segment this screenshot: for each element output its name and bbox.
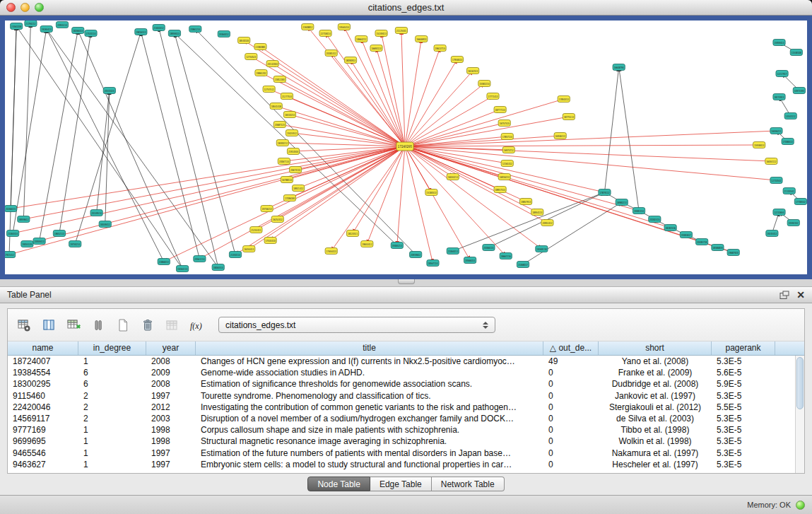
graph-node[interactable]: 21060414 xyxy=(7,230,19,237)
graph-node[interactable]: 22082881 xyxy=(254,44,266,50)
graph-node[interactable]: 11548108 xyxy=(790,49,802,56)
graph-node[interactable]: 22608812 xyxy=(302,24,314,30)
graph-node[interactable]: 19364012 xyxy=(218,31,230,37)
graph-node[interactable]: 18667216 xyxy=(500,253,512,259)
graph-node[interactable]: 19055135 xyxy=(21,241,33,247)
graph-node[interactable]: 16646910 xyxy=(416,36,428,42)
graph-node[interactable]: 20531024 xyxy=(103,88,115,94)
graph-node[interactable]: 17240295 xyxy=(396,142,413,151)
graph-node[interactable]: 19384617 xyxy=(680,232,692,238)
graph-node[interactable]: 20066115 xyxy=(483,245,495,251)
graph-node[interactable]: 18124511 xyxy=(346,230,358,237)
graph-node[interactable]: 21914504 xyxy=(287,148,299,155)
delete-table-icon[interactable] xyxy=(139,316,157,334)
graph-node[interactable]: 18274913 xyxy=(773,94,785,100)
graph-node[interactable]: 20561114 xyxy=(194,256,206,262)
graph-node[interactable]: 19861202 xyxy=(255,70,267,76)
graph-node[interactable]: 18954113 xyxy=(531,209,543,216)
graph-node[interactable]: 16916213 xyxy=(498,174,510,180)
graph-node[interactable]: 14543112 xyxy=(784,113,796,119)
graph-node[interactable]: 18266413 xyxy=(72,28,84,34)
tab-network-table[interactable]: Network Table xyxy=(432,477,505,491)
graph-node[interactable]: 15184513 xyxy=(425,189,437,196)
graph-node[interactable]: 17879112 xyxy=(599,189,611,196)
float-panel-icon[interactable] xyxy=(779,291,789,300)
column-header-year[interactable]: year xyxy=(146,341,196,355)
graph-node[interactable]: 16974712 xyxy=(502,147,514,153)
graph-node[interactable]: 21277514 xyxy=(281,93,293,100)
table-row[interactable]: 946362711997Embryonic stem cells: a mode… xyxy=(8,459,804,470)
table-selector[interactable]: citations_edges.txt xyxy=(218,317,495,333)
column-header-in_degree[interactable]: in_degree xyxy=(78,341,146,355)
table-scrollbar[interactable] xyxy=(795,356,804,473)
graph-node[interactable]: 12710542 xyxy=(770,177,782,184)
column-header-short[interactable]: short xyxy=(599,341,712,355)
graph-node[interactable]: 21103542 xyxy=(783,188,795,194)
graph-node[interactable]: 18921412 xyxy=(293,185,305,192)
graph-node[interactable]: 16510214 xyxy=(283,112,295,118)
graph-node[interactable]: 18530104 xyxy=(238,37,250,44)
graph-node[interactable]: 17096184 xyxy=(283,195,295,201)
tab-edge-table[interactable]: Edge Table xyxy=(370,477,432,491)
table-row[interactable]: 911546021997Tourette syndrome. Phenomeno… xyxy=(8,390,804,402)
table-row[interactable]: 969969511998Structural magnetic resonanc… xyxy=(8,436,804,447)
graph-node[interactable]: 17921412 xyxy=(5,252,16,258)
graph-node[interactable]: 21253411 xyxy=(250,227,262,233)
graph-node[interactable]: 19269118 xyxy=(536,246,548,252)
column-header-out_de[interactable]: △ out_de... xyxy=(543,341,599,355)
graph-node[interactable]: 18652113 xyxy=(53,230,65,237)
graph-node[interactable]: 20673110 xyxy=(289,167,301,173)
table-row[interactable]: 1872400712008Changes of HCN gene express… xyxy=(8,356,804,367)
column-header-pagerank[interactable]: pagerank xyxy=(712,341,775,355)
graph-node[interactable]: 18064514 xyxy=(212,264,224,271)
graph-node[interactable]: 21866013 xyxy=(158,259,170,265)
graph-node[interactable]: 17857114 xyxy=(501,134,513,140)
show-columns-icon[interactable] xyxy=(40,316,58,334)
graph-node[interactable]: 16044112 xyxy=(765,158,777,165)
graph-node[interactable]: 19816513 xyxy=(135,29,147,35)
graph-node[interactable]: 19565314 xyxy=(338,24,350,30)
graph-node[interactable]: 21350114 xyxy=(229,252,241,258)
graph-node[interactable]: 19264113 xyxy=(176,266,188,272)
table-row[interactable]: 977716911998Corpus callosum shape and si… xyxy=(8,424,804,436)
graph-node[interactable]: 20955114 xyxy=(56,22,68,28)
graph-node[interactable]: 20485718 xyxy=(696,239,708,245)
graph-node[interactable]: 20266015 xyxy=(5,206,17,212)
graph-node[interactable]: 16648794 xyxy=(613,64,625,71)
graph-node[interactable]: 16046211 xyxy=(770,128,782,134)
graph-node[interactable]: 21794212 xyxy=(25,21,37,27)
graph-node[interactable]: 18775113 xyxy=(563,114,575,120)
graph-node[interactable]: 16354413 xyxy=(243,246,255,252)
graph-node[interactable]: 17771413 xyxy=(487,93,499,100)
graph-node[interactable]: 18959413 xyxy=(168,30,180,37)
graph-node[interactable]: 19857913 xyxy=(519,199,531,205)
graph-node[interactable]: 20959612 xyxy=(410,252,422,258)
graph-node[interactable]: 15959413 xyxy=(773,40,785,46)
tab-node-table[interactable]: Node Table xyxy=(307,477,370,491)
graph-node[interactable]: 16946113 xyxy=(554,133,566,139)
graph-node[interactable]: 20081412 xyxy=(325,50,337,57)
table-row[interactable]: 1938455462009Genome-wide association stu… xyxy=(8,367,804,378)
graph-node[interactable]: 23067114 xyxy=(278,158,290,165)
graph-node[interactable]: 19613715 xyxy=(434,45,446,52)
graph-node[interactable]: 19687920 xyxy=(727,250,739,256)
graph-node[interactable]: 19566014 xyxy=(464,257,476,264)
graph-node[interactable]: 18090913 xyxy=(344,57,356,64)
graph-node[interactable]: 20861214 xyxy=(189,26,201,33)
graph-node[interactable]: 15583214 xyxy=(478,81,490,87)
graph-node[interactable]: 16252412 xyxy=(271,216,283,223)
column-header-title[interactable]: title xyxy=(196,341,543,355)
graph-node[interactable]: 12217917 xyxy=(776,71,788,77)
graph-node[interactable]: 19265413 xyxy=(40,26,52,33)
graph-node[interactable]: 20687123 xyxy=(273,122,286,128)
graph-node[interactable]: 12210654 xyxy=(773,209,785,216)
graph-node[interactable]: 18300212 xyxy=(276,140,288,146)
graph-node[interactable]: 20149514 xyxy=(90,210,102,216)
graph-node[interactable]: 17534410 xyxy=(264,238,276,244)
graph-node[interactable]: 16044213 xyxy=(447,174,459,180)
graph-node[interactable]: 24561038 xyxy=(11,23,23,30)
graph-node[interactable]: 21812183 xyxy=(273,76,286,83)
graph-node[interactable]: 18283516 xyxy=(664,225,676,231)
graph-node[interactable]: 16162513 xyxy=(467,68,479,74)
graph-node[interactable]: 10592342 xyxy=(787,220,799,226)
